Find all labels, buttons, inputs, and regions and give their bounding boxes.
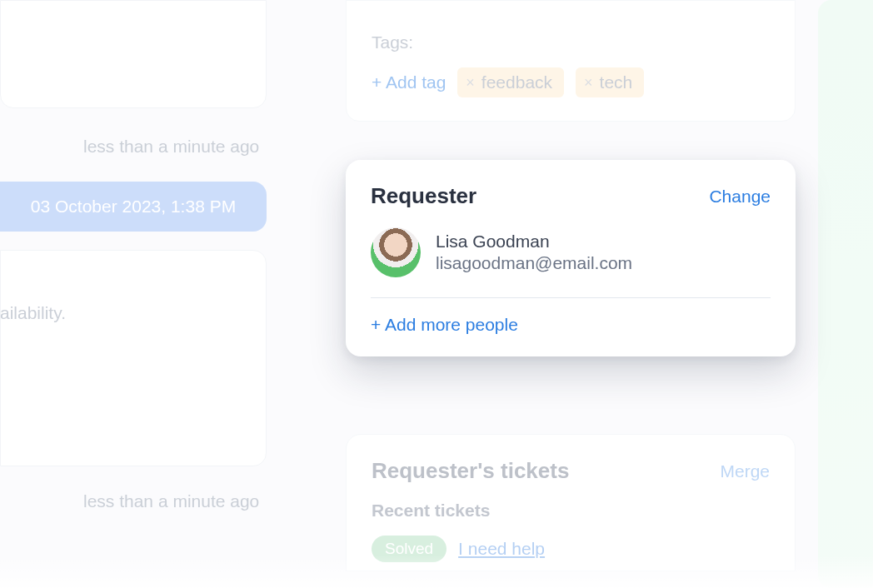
message-timestamp: less than a minute ago xyxy=(83,137,259,157)
date-separator-pill: 03 October 2023, 1:38 PM xyxy=(0,182,267,232)
tag-chip-feedback: × feedback xyxy=(457,67,564,97)
add-people-button[interactable]: + Add more people xyxy=(371,315,771,335)
tags-label: Tags: xyxy=(372,32,770,52)
requester-tickets-card: Requester's tickets Merge Recent tickets… xyxy=(346,434,796,571)
ticket-row: Solved I need help xyxy=(372,536,770,562)
add-tag-button[interactable]: + Add tag xyxy=(372,72,446,92)
status-badge: Solved xyxy=(372,536,446,562)
requester-card: Requester Change Lisa Goodman lisagoodma… xyxy=(346,160,796,356)
merge-tickets-button[interactable]: Merge xyxy=(720,461,770,481)
ticket-subject-link[interactable]: I need help xyxy=(458,539,545,559)
tag-chip-tech: × tech xyxy=(576,67,644,97)
conversation-card-fragment-mid xyxy=(0,250,267,466)
divider xyxy=(371,297,771,298)
requester-person[interactable]: Lisa Goodman lisagoodman@email.com xyxy=(371,227,771,277)
remove-tag-icon[interactable]: × xyxy=(584,74,593,92)
tags-card: Tags: + Add tag × feedback × tech xyxy=(346,0,796,122)
remove-tag-icon[interactable]: × xyxy=(466,74,475,92)
recent-tickets-label: Recent tickets xyxy=(372,501,770,521)
accent-strip xyxy=(818,0,873,588)
tags-row: + Add tag × feedback × tech xyxy=(372,67,770,97)
requester-title: Requester xyxy=(371,183,476,209)
change-requester-button[interactable]: Change xyxy=(709,187,771,207)
message-timestamp: less than a minute ago xyxy=(83,491,259,511)
avatar xyxy=(371,227,421,277)
message-text-fragment: ailability. xyxy=(0,303,66,323)
tag-label: tech xyxy=(600,72,633,92)
requester-email: lisagoodman@email.com xyxy=(436,253,632,273)
tag-label: feedback xyxy=(481,72,552,92)
requester-tickets-title: Requester's tickets xyxy=(372,458,569,484)
requester-name: Lisa Goodman xyxy=(436,232,632,252)
conversation-card-fragment-top xyxy=(0,0,267,108)
